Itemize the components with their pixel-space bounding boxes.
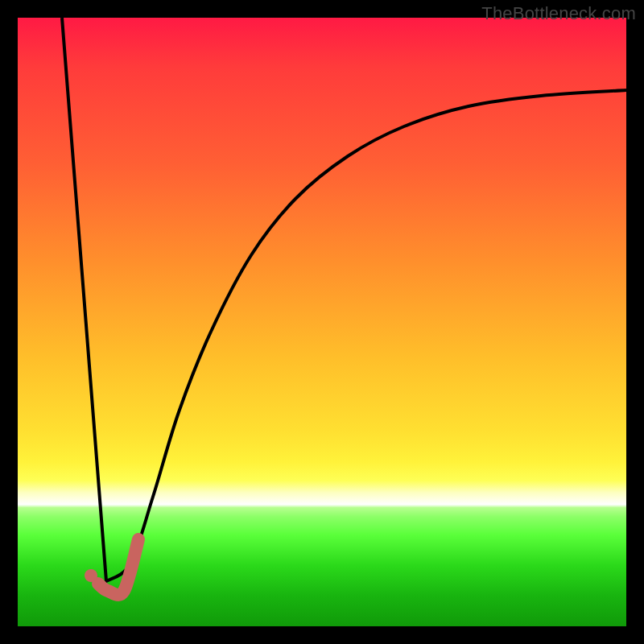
chart-frame: TheBottleneck.com xyxy=(0,0,644,644)
watermark-text: TheBottleneck.com xyxy=(481,3,636,24)
plot-gradient-background xyxy=(18,18,626,626)
